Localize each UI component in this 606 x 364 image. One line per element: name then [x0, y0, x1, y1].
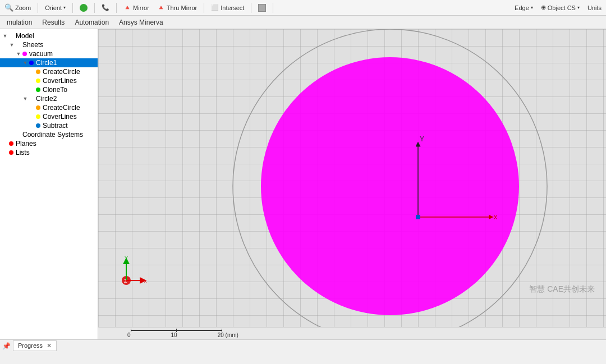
tree-item-label: Subtract [43, 122, 68, 130]
tree-item-label: Planes [16, 140, 36, 148]
triad-x-label: x [144, 278, 147, 284]
shape-button[interactable] [77, 3, 90, 13]
tree-item[interactable]: ▼Circle2 [0, 94, 98, 103]
orient-label: Orient [45, 4, 62, 11]
thru-mirror-label: Thru Mirror [167, 4, 197, 11]
x-label: x [494, 213, 497, 221]
mirror-label: Mirror [133, 4, 149, 11]
tree-item-label: Sheets [22, 41, 43, 49]
separator-1 [38, 3, 38, 13]
toolbar: 🔍 Zoom Orient ▾ 📞 🔺 Mirror 🔺 Thru Mirror… [0, 0, 606, 16]
tree-item-label: Lists [16, 149, 30, 156]
thru-mirror-icon: 🔺 [157, 4, 165, 11]
tree-item[interactable]: CloneTo [0, 85, 98, 94]
tree-item-label: CreateCircle [43, 68, 80, 76]
tree-item-label: Circle2 [36, 95, 57, 103]
tree-dot-icon [36, 70, 40, 74]
tree-dot-icon [36, 123, 40, 128]
tree-item[interactable]: Subtract [0, 121, 98, 130]
mirror-button[interactable]: 🔺 Mirror [121, 3, 152, 12]
edge-button[interactable]: Edge ▾ [512, 3, 535, 12]
menu-simulation[interactable]: mulation [2, 17, 36, 27]
zoom-label: Zoom [15, 4, 31, 11]
tree-item-label: CreateCircle [43, 104, 80, 112]
separator-2 [72, 3, 73, 13]
scale-bar: 0 10 20 (mm) [98, 327, 606, 339]
y-label: Y [420, 135, 424, 143]
phone-button[interactable]: 📞 [99, 3, 112, 12]
pin-icon[interactable]: 📌 [2, 342, 11, 350]
tree-item-label: CloneTo [43, 86, 67, 94]
canvas-svg: Y x [98, 29, 606, 339]
tree-item[interactable]: Lists [0, 148, 98, 157]
object-cs-icon: ⊕ [541, 4, 546, 11]
phone-icon: 📞 [102, 4, 109, 11]
tree-item-label: CoverLines [43, 77, 77, 85]
tree-dot-icon [36, 105, 40, 110]
tree-dot-icon [9, 141, 13, 146]
triad-y-label: Y [125, 255, 128, 261]
gray-icon-button[interactable] [256, 3, 268, 13]
object-cs-arrow: ▾ [577, 5, 580, 10]
scale-line-2 [177, 330, 222, 331]
thru-mirror-button[interactable]: 🔺 Thru Mirror [155, 3, 199, 12]
triad-svg: Z Y x [109, 255, 149, 294]
tree-item[interactable]: ▼Circle1 [0, 58, 98, 67]
zoom-icon: 🔍 [4, 3, 13, 12]
triad: Z Y x [109, 255, 149, 294]
viewport[interactable]: Y x Z [98, 29, 606, 339]
tree-item-label: Circle1 [36, 59, 57, 67]
tree-item[interactable]: CoverLines [0, 112, 98, 121]
separator-4 [116, 3, 117, 13]
scale-line-1 [131, 330, 176, 331]
shape-icon [80, 4, 88, 12]
mirror-icon: 🔺 [123, 4, 131, 11]
menu-results[interactable]: Results [38, 17, 69, 27]
scale-label-0: 0 [127, 332, 131, 338]
object-cs-button[interactable]: ⊕ Object CS ▾ [539, 3, 582, 12]
units-label: Units [587, 4, 602, 11]
gray-icon [258, 4, 266, 12]
tree-item[interactable]: ▼Model [0, 31, 98, 40]
separator-5 [204, 3, 204, 13]
tree-expand-icon: ▼ [22, 96, 28, 102]
tree-expand-icon: ▼ [22, 60, 28, 66]
intersect-button[interactable]: ⬜ Intersect [209, 3, 246, 12]
tree-item[interactable]: Planes [0, 139, 98, 148]
object-cs-label: Object CS [548, 4, 576, 11]
origin-marker [416, 215, 420, 219]
tree-dot-icon [29, 61, 34, 65]
orient-button[interactable]: Orient ▾ [43, 3, 68, 12]
units-button[interactable]: Units [585, 3, 604, 12]
menu-automation[interactable]: Automation [70, 17, 113, 27]
tree-dot-icon [36, 114, 40, 119]
tree-item-label: Coordinate Systems [22, 131, 83, 139]
separator-3 [94, 3, 95, 13]
zoom-button[interactable]: 🔍 Zoom [2, 2, 33, 13]
tree-dot-icon [36, 79, 40, 83]
tree-item-label: vacuum [29, 50, 53, 58]
menubar: mulation Results Automation Ansys Minerv… [0, 16, 606, 29]
progress-tab-close[interactable]: ✕ [47, 342, 52, 349]
tree-item[interactable]: Coordinate Systems [0, 130, 98, 139]
separator-7 [273, 3, 273, 13]
tree-item-label: Model [16, 32, 34, 40]
tree-item[interactable]: CreateCircle [0, 67, 98, 76]
tree-item-label: CoverLines [43, 113, 77, 121]
tree-item[interactable]: ▼vacuum [0, 49, 98, 58]
tree-dot-icon [9, 150, 13, 155]
intersect-icon: ⬜ [211, 4, 219, 11]
scale-numbers: 0 10 20 (mm) [127, 332, 238, 338]
progress-tab[interactable]: Progress ✕ [13, 340, 57, 351]
orient-dropdown-arrow: ▾ [63, 5, 66, 10]
edge-label: Edge [515, 4, 529, 11]
tree-item[interactable]: CoverLines [0, 76, 98, 85]
tree-expand-icon: ▼ [2, 33, 8, 39]
tree-expand-icon: ▼ [16, 51, 21, 57]
tree-item[interactable]: CreateCircle [0, 103, 98, 112]
model-tree: ▼Model▼Sheets▼vacuum▼Circle1CreateCircle… [0, 29, 98, 339]
tree-item[interactable]: ▼Sheets [0, 40, 98, 49]
bottom-bar: 📌 Progress ✕ [0, 339, 606, 352]
menu-ansys-minerva[interactable]: Ansys Minerva [114, 17, 168, 27]
inner-circle [261, 57, 519, 315]
